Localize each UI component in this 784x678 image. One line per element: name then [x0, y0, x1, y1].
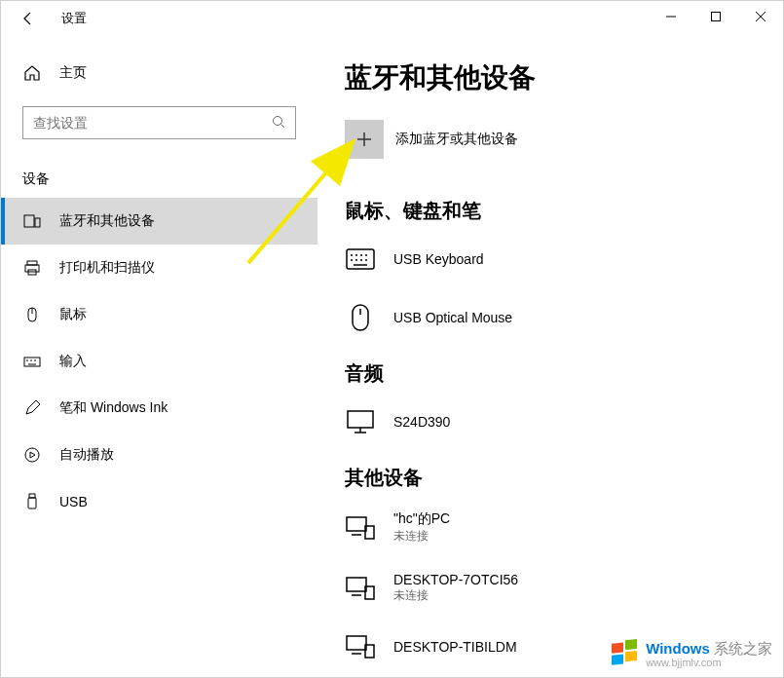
add-device-button[interactable] [345, 120, 384, 159]
content-area: 蓝牙和其他设备 添加蓝牙或其他设备 鼠标、键盘和笔 USB Keyboard U… [317, 36, 783, 677]
svg-point-27 [365, 254, 367, 256]
sidebar-item-label: 输入 [59, 353, 87, 370]
sidebar: 主页 设备 蓝牙和其他设备 打印机和扫描仪 [1, 36, 317, 677]
svg-rect-44 [347, 636, 366, 650]
svg-rect-35 [348, 411, 373, 428]
keyboard-device-icon [345, 244, 376, 275]
mouse-device-icon [345, 302, 376, 333]
section-title-audio: 音频 [345, 360, 756, 387]
svg-line-5 [281, 124, 285, 128]
add-device-row[interactable]: 添加蓝牙或其他设备 [345, 120, 756, 159]
device-status: 未连接 [393, 528, 450, 545]
watermark: Windows 系统之家 www.bjjmlv.com [609, 639, 772, 670]
monitor-device-icon [345, 406, 376, 437]
sidebar-item-label: 打印机和扫描仪 [59, 259, 155, 277]
svg-rect-13 [24, 358, 40, 366]
device-item-monitor[interactable]: S24D390 [345, 398, 756, 457]
watermark-url: www.bjjmlv.com [646, 657, 772, 668]
svg-point-28 [351, 259, 353, 261]
svg-point-25 [355, 254, 357, 256]
usb-icon [22, 492, 42, 511]
titlebar: 设置 [1, 1, 783, 36]
svg-rect-41 [347, 578, 366, 591]
svg-point-29 [355, 259, 357, 261]
sidebar-item-printers[interactable]: 打印机和扫描仪 [1, 245, 317, 291]
section-title-other: 其他设备 [345, 465, 756, 491]
svg-rect-6 [24, 215, 34, 227]
sidebar-item-label: 自动播放 [59, 446, 114, 464]
window-title: 设置 [61, 10, 87, 27]
search-icon [272, 115, 285, 132]
svg-rect-19 [29, 494, 35, 498]
windows-logo-icon [609, 639, 640, 670]
svg-rect-20 [28, 498, 36, 508]
sidebar-item-label: USB [59, 494, 88, 509]
pc-device-icon [345, 512, 376, 544]
svg-rect-51 [625, 651, 637, 661]
printer-icon [22, 258, 42, 278]
search-input[interactable] [33, 115, 266, 131]
device-name: "hc"的PC [393, 510, 450, 528]
back-button[interactable] [19, 9, 38, 28]
sidebar-item-typing[interactable]: 输入 [1, 338, 317, 385]
sidebar-item-usb[interactable]: USB [1, 478, 317, 525]
sidebar-item-bluetooth[interactable]: 蓝牙和其他设备 [1, 198, 317, 245]
svg-point-24 [351, 254, 353, 256]
svg-point-26 [360, 254, 362, 256]
pc-device-icon [345, 631, 376, 662]
sidebar-item-pen[interactable]: 笔和 Windows Ink [1, 385, 317, 432]
autoplay-icon [22, 445, 42, 465]
pc-device-icon [345, 573, 376, 604]
device-name: USB Optical Mouse [393, 310, 512, 325]
device-name: DESKTOP-7OTCI56 [393, 572, 518, 587]
svg-rect-49 [625, 639, 637, 650]
search-box[interactable] [22, 106, 296, 139]
section-title-mkp: 鼠标、键盘和笔 [345, 198, 756, 224]
mouse-icon [22, 305, 42, 324]
device-name: S24D390 [393, 414, 450, 430]
svg-rect-23 [347, 249, 374, 269]
sidebar-item-mouse[interactable]: 鼠标 [1, 291, 317, 338]
svg-point-4 [274, 116, 282, 125]
device-item-keyboard[interactable]: USB Keyboard [345, 236, 756, 294]
device-item-pc1[interactable]: "hc"的PC 未连接 [345, 503, 756, 564]
device-item-pc2[interactable]: DESKTOP-7OTCI56 未连接 [345, 564, 756, 623]
svg-rect-48 [612, 642, 623, 653]
device-name: DESKTOP-TIBILDM [393, 639, 517, 655]
device-name: USB Keyboard [393, 251, 484, 267]
watermark-brand-gray: 系统之家 [710, 640, 772, 657]
device-status: 未连接 [393, 587, 518, 604]
svg-rect-1 [712, 13, 721, 21]
plus-icon [355, 130, 374, 149]
sidebar-home[interactable]: 主页 [1, 54, 317, 93]
svg-point-31 [365, 259, 367, 261]
sidebar-home-label: 主页 [59, 64, 87, 82]
maximize-button[interactable] [693, 1, 738, 32]
sidebar-section-label: 设备 [1, 157, 317, 198]
device-item-mouse[interactable]: USB Optical Mouse [345, 294, 756, 353]
svg-point-30 [360, 259, 362, 261]
svg-point-18 [25, 448, 39, 462]
page-heading: 蓝牙和其他设备 [345, 59, 756, 96]
sidebar-item-label: 鼠标 [59, 306, 87, 323]
close-button[interactable] [738, 1, 783, 32]
sidebar-item-label: 蓝牙和其他设备 [59, 212, 155, 230]
watermark-brand-blue: Windows [646, 640, 710, 657]
devices-icon [22, 211, 42, 231]
svg-rect-7 [35, 218, 40, 227]
svg-rect-38 [347, 517, 366, 531]
sidebar-item-label: 笔和 Windows Ink [59, 399, 168, 417]
svg-rect-33 [353, 305, 368, 330]
add-device-label: 添加蓝牙或其他设备 [395, 131, 518, 148]
svg-rect-9 [25, 265, 39, 272]
minimize-button[interactable] [649, 1, 693, 32]
keyboard-icon [22, 352, 42, 371]
svg-rect-8 [27, 261, 37, 265]
sidebar-item-autoplay[interactable]: 自动播放 [1, 432, 317, 478]
home-icon [22, 63, 42, 83]
pen-icon [22, 398, 42, 418]
svg-rect-50 [612, 654, 623, 664]
